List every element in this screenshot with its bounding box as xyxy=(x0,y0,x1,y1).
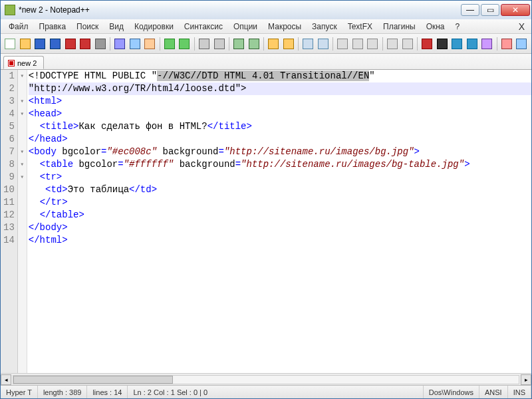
menu-окна[interactable]: Окна xyxy=(421,21,450,33)
code-editor[interactable]: 1234567891011121314 ▾▾▾▾▾▾ <!DOCTYPE HTM… xyxy=(1,70,531,373)
close-window-button[interactable]: ✕ xyxy=(501,4,530,16)
fold-marker[interactable]: ▾ xyxy=(18,146,27,158)
doc-map-button[interactable] xyxy=(386,37,400,51)
func-list-button[interactable] xyxy=(400,37,414,51)
replace-button[interactable] xyxy=(212,37,226,51)
close-button[interactable] xyxy=(63,37,77,51)
new-file-icon xyxy=(5,39,15,49)
macro-rec-button[interactable] xyxy=(420,37,434,51)
line-number-gutter: 1234567891011121314 xyxy=(1,70,18,373)
fold-marker[interactable]: ▾ xyxy=(18,108,27,120)
fold-icon xyxy=(352,39,363,49)
status-position: Ln : 2 Col : 1 Sel : 0 | 0 xyxy=(128,386,423,398)
macro-play-button[interactable] xyxy=(450,37,464,51)
find-button[interactable] xyxy=(198,37,211,51)
fold-marker xyxy=(18,234,27,247)
sync-h-button[interactable] xyxy=(281,37,295,51)
open-file-button[interactable] xyxy=(19,37,33,51)
code-line[interactable]: </html> xyxy=(29,234,531,247)
paste-button[interactable] xyxy=(143,37,157,51)
plugin-button[interactable] xyxy=(515,37,529,51)
status-lines: lines : 14 xyxy=(87,386,128,398)
fold-button[interactable] xyxy=(351,37,365,51)
fold-marker[interactable]: ▾ xyxy=(18,95,27,108)
wordwrap-button[interactable] xyxy=(301,37,315,51)
scroll-left-button[interactable]: ◂ xyxy=(1,374,11,385)
code-content[interactable]: <!DOCTYPE HTML PUBLIC "-//W3C//DTD HTML … xyxy=(27,70,531,373)
menu-textfx[interactable]: TextFX xyxy=(342,21,378,33)
menu-опции[interactable]: Опции xyxy=(228,21,263,33)
code-line[interactable]: <td>Это таблица</td> xyxy=(29,184,531,196)
menu-правка[interactable]: Правка xyxy=(34,21,72,33)
menu-макросы[interactable]: Макросы xyxy=(263,21,307,33)
unfold-icon xyxy=(367,39,378,49)
redo-button[interactable] xyxy=(178,37,192,51)
tab-new-2[interactable]: new 2 xyxy=(3,56,44,69)
new-file-button[interactable] xyxy=(3,37,17,51)
save-all-button[interactable] xyxy=(49,37,63,51)
fold-marker[interactable]: ▾ xyxy=(18,70,27,82)
menu-запуск[interactable]: Запуск xyxy=(307,21,342,33)
scroll-thumb[interactable] xyxy=(13,376,173,384)
code-line[interactable]: <title>Как сделать фон в HTML?</title> xyxy=(29,120,531,133)
macro-stop-button[interactable] xyxy=(435,37,449,51)
fold-gutter[interactable]: ▾▾▾▾▾▾ xyxy=(18,70,27,373)
maximize-button[interactable]: ▭ xyxy=(481,4,499,16)
code-line[interactable]: "http://www.w3.org/TR/html4/loose.dtd"> xyxy=(29,82,531,95)
sync-v-button[interactable] xyxy=(267,37,281,51)
indent-guide-button[interactable] xyxy=(336,37,350,51)
menu-файл[interactable]: Файл xyxy=(3,21,34,33)
horizontal-scrollbar[interactable]: ◂ ▸ xyxy=(1,373,531,385)
abc-icon xyxy=(501,39,512,49)
code-line[interactable]: <html> xyxy=(29,95,531,108)
cut-button[interactable] xyxy=(113,37,127,51)
fold-marker xyxy=(18,82,27,95)
code-line[interactable]: </tr> xyxy=(29,196,531,209)
macro-multi-button[interactable] xyxy=(465,37,479,51)
save-button[interactable] xyxy=(33,37,47,51)
copy-icon xyxy=(130,39,140,49)
sync-v-icon xyxy=(268,39,279,49)
menu-плагины[interactable]: Плагины xyxy=(378,21,421,33)
unfold-button[interactable] xyxy=(366,37,380,51)
minimize-button[interactable]: — xyxy=(461,4,479,16)
macro-save-button[interactable] xyxy=(480,37,494,51)
paste-icon xyxy=(144,39,155,49)
menu-вид[interactable]: Вид xyxy=(104,21,129,33)
close-all-button[interactable] xyxy=(78,37,92,51)
code-line[interactable]: </body> xyxy=(29,221,531,234)
app-window: *new 2 - Notepad++ — ▭ ✕ ФайлПравкаПоиск… xyxy=(0,0,532,399)
undo-button[interactable] xyxy=(163,37,177,51)
zoom-in-button[interactable] xyxy=(232,37,246,51)
print-button[interactable] xyxy=(93,37,107,51)
status-bar: Hyper T length : 389 lines : 14 Ln : 2 C… xyxy=(1,385,531,398)
status-encoding: ANSI xyxy=(479,386,508,398)
show-all-button[interactable] xyxy=(317,37,331,51)
scroll-right-button[interactable]: ▸ xyxy=(521,374,531,385)
macro-stop-icon xyxy=(437,39,448,49)
undo-icon xyxy=(164,39,175,49)
code-line[interactable]: </head> xyxy=(29,133,531,146)
titlebar[interactable]: *new 2 - Notepad++ — ▭ ✕ xyxy=(1,1,531,19)
app-icon xyxy=(5,5,15,15)
open-file-icon xyxy=(20,39,31,49)
code-line[interactable]: <head> xyxy=(29,108,531,120)
code-line[interactable]: <tr> xyxy=(29,171,531,184)
menu-?[interactable]: ? xyxy=(450,21,466,33)
code-line[interactable]: <!DOCTYPE HTML PUBLIC "-//W3C//DTD HTML … xyxy=(29,70,531,82)
abc-button[interactable] xyxy=(500,37,514,51)
copy-button[interactable] xyxy=(128,37,142,51)
zoom-out-button[interactable] xyxy=(247,37,261,51)
fold-marker[interactable]: ▾ xyxy=(18,158,27,171)
code-line[interactable]: <table bgcolor="#ffffff" background="htt… xyxy=(29,158,531,171)
code-line[interactable]: <body bgcolor="#ec008c" background="http… xyxy=(29,146,531,158)
menu-кодировки[interactable]: Кодировки xyxy=(129,21,179,33)
code-line[interactable]: </table> xyxy=(29,209,531,221)
menu-синтаксис[interactable]: Синтаксис xyxy=(179,21,228,33)
func-list-icon xyxy=(402,39,413,49)
close-document-button[interactable]: X xyxy=(515,21,529,32)
tab-bar: new 2 xyxy=(1,54,531,70)
scroll-track[interactable] xyxy=(13,375,519,384)
fold-marker[interactable]: ▾ xyxy=(18,171,27,184)
menu-поиск[interactable]: Поиск xyxy=(71,21,104,33)
